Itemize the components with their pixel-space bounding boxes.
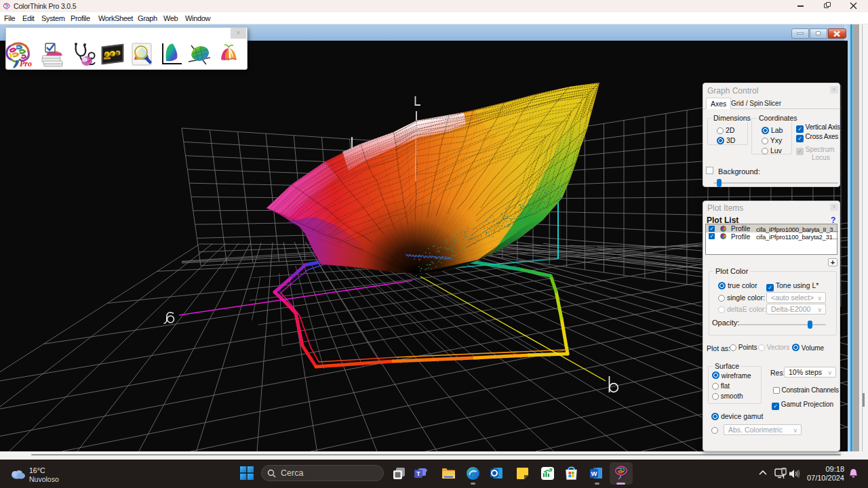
svg-text:Pro: Pro [20,59,32,68]
svg-text:c: c [105,52,108,57]
svg-text:a: a [116,51,119,56]
svg-text:W: W [591,470,597,477]
svg-text:c: c [111,52,113,56]
svg-text:T: T [416,470,420,477]
